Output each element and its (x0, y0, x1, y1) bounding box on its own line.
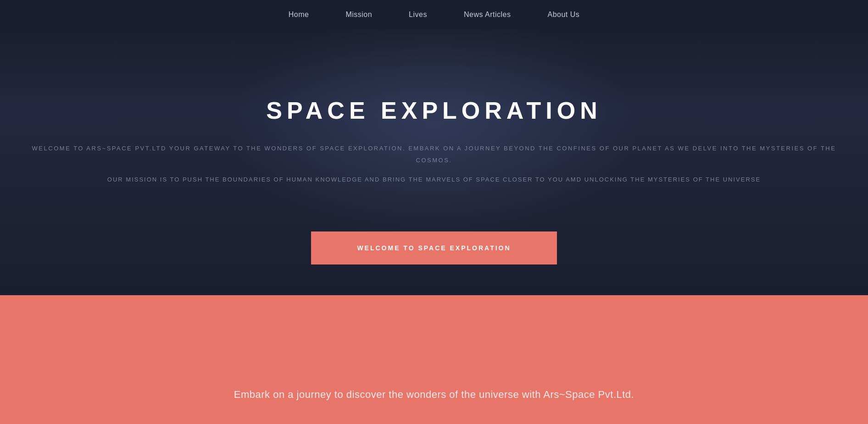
welcome-banner-wrapper: WELCOME TO SPACE EXPLORATION (311, 213, 556, 246)
salmon-section: Embark on a journey to discover the wond… (0, 295, 868, 424)
hero-section: SPACE EXPLORATION WELCOME TO ARS~SPACE P… (0, 29, 868, 295)
nav-about-us[interactable]: About Us (548, 11, 580, 19)
hero-title: SPACE EXPLORATION (266, 97, 601, 124)
welcome-banner-button[interactable]: WELCOME TO SPACE EXPLORATION (311, 231, 556, 264)
navbar: Home Mission Lives News Articles About U… (0, 0, 868, 29)
nav-lives[interactable]: Lives (409, 11, 427, 19)
hero-subtitle: WELCOME TO ARS~SPACE PVT.LTD YOUR GATEWA… (21, 143, 847, 166)
nav-home[interactable]: Home (289, 11, 309, 19)
hero-mission: OUR MISSION IS TO PUSH THE BOUNDARIES OF… (107, 174, 761, 186)
salmon-tagline: Embark on a journey to discover the wond… (234, 389, 634, 401)
nav-news-articles[interactable]: News Articles (464, 11, 511, 19)
nav-mission[interactable]: Mission (345, 11, 372, 19)
